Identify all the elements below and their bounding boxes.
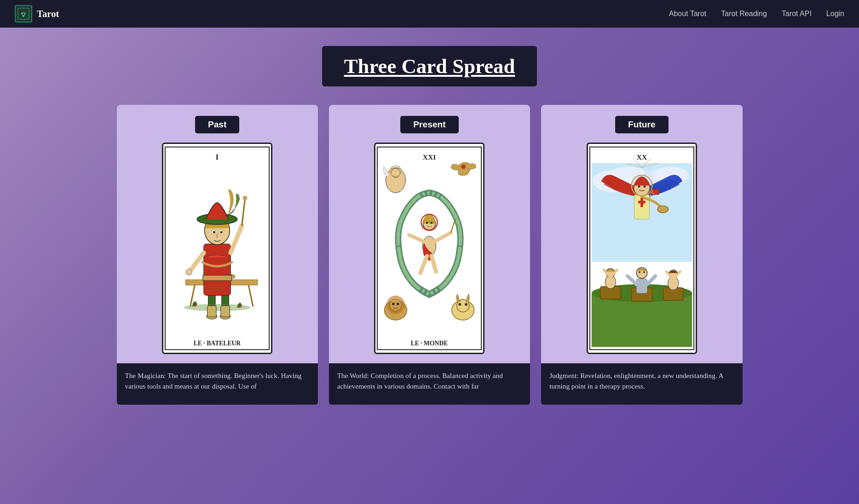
- svg-rect-16: [204, 244, 231, 295]
- svg-text:LE · BATELEUR: LE · BATELEUR: [194, 340, 241, 347]
- card-label-past: Past: [195, 116, 240, 133]
- svg-text:I: I: [216, 152, 219, 161]
- card-desc-present: The World: Completion of a process. Bala…: [329, 363, 530, 405]
- nav-about[interactable]: About Tarot: [669, 10, 707, 17]
- card-panel-past: Past I LE · BATELEUR: [117, 105, 318, 405]
- svg-text:LE · MONDE: LE · MONDE: [411, 340, 448, 347]
- svg-point-20: [243, 196, 248, 200]
- svg-rect-79: [651, 189, 659, 195]
- svg-point-46: [390, 299, 402, 310]
- card-image-past: I LE · BATELEUR: [162, 143, 272, 354]
- card-desc-past: The Magician: The start of something. Be…: [117, 363, 318, 405]
- logo-icon: 🜄: [15, 5, 32, 23]
- svg-point-97: [643, 271, 645, 273]
- card-label-future: Future: [615, 116, 669, 133]
- svg-point-28: [220, 231, 222, 233]
- svg-point-96: [639, 271, 640, 273]
- main-content: Three Card Spread Past I LE · BATELEUR: [0, 28, 859, 423]
- svg-point-76: [643, 185, 646, 188]
- svg-point-52: [465, 303, 468, 306]
- svg-point-77: [657, 206, 668, 213]
- nav-links: About Tarot Tarot Reading Tarot API Logi…: [669, 10, 844, 18]
- svg-rect-32: [208, 306, 217, 317]
- logo[interactable]: 🜄 Tarot: [15, 5, 59, 23]
- svg-point-48: [397, 303, 399, 305]
- navigation: 🜄 Tarot About Tarot Tarot Reading Tarot …: [0, 0, 859, 28]
- svg-point-75: [638, 185, 640, 188]
- svg-point-56: [426, 222, 428, 224]
- page-title-wrapper: Three Card Spread: [28, 46, 831, 86]
- svg-text:🜄: 🜄: [20, 11, 27, 18]
- card-image-present: XXI LE · MONDE: [374, 143, 484, 354]
- card-image-future: XX LE JUGEMENT: [587, 143, 697, 354]
- page-title: Three Card Spread: [322, 46, 537, 86]
- svg-rect-33: [221, 306, 230, 317]
- svg-rect-92: [636, 279, 647, 293]
- logo-text: Tarot: [37, 8, 59, 19]
- svg-text:XX: XX: [637, 153, 647, 161]
- svg-text:XXI: XXI: [423, 153, 436, 161]
- svg-point-51: [459, 303, 461, 306]
- card-panel-future: Future XX LE JUGEMENT: [541, 105, 742, 405]
- svg-point-42: [461, 165, 466, 169]
- svg-point-22: [186, 269, 192, 275]
- svg-rect-83: [638, 201, 646, 204]
- svg-point-57: [431, 222, 433, 224]
- nav-login[interactable]: Login: [826, 10, 844, 17]
- card-panel-present: Present XXI LE · MONDE: [329, 105, 530, 405]
- card-label-present: Present: [400, 116, 458, 133]
- card-desc-future: Judgment: Revelation, enlightenment, a n…: [541, 363, 742, 405]
- svg-point-47: [392, 303, 395, 305]
- cards-grid: Past I LE · BATELEUR: [117, 105, 743, 405]
- svg-rect-17: [203, 275, 231, 281]
- nav-api[interactable]: Tarot API: [782, 10, 812, 17]
- svg-point-27: [213, 231, 215, 233]
- nav-reading[interactable]: Tarot Reading: [721, 10, 767, 17]
